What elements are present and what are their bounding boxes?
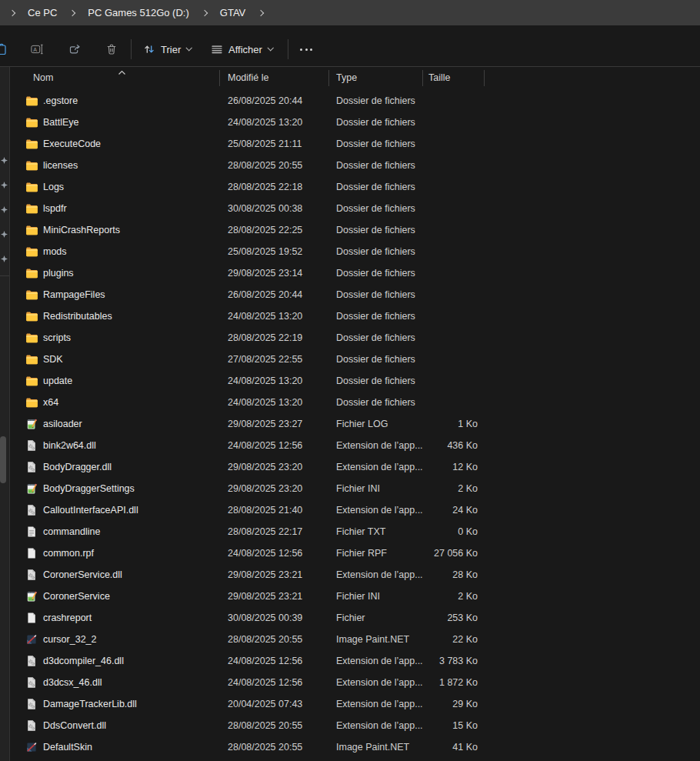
nav-scrollbar-thumb[interactable] bbox=[0, 436, 6, 483]
file-row[interactable]: DefaultSkin 28/08/2025 20:55 Image Paint… bbox=[10, 736, 700, 758]
column-header-name[interactable]: Nom bbox=[10, 67, 220, 88]
file-row[interactable]: Logs 28/08/2025 22:18 Dossier de fichier… bbox=[10, 176, 700, 198]
file-name: common.rpf bbox=[43, 548, 94, 559]
file-row[interactable]: DamageTrackerLib.dll 20/04/2025 07:43 Ex… bbox=[10, 693, 700, 715]
folder-icon bbox=[25, 159, 38, 172]
view-button[interactable]: Afficher bbox=[211, 38, 272, 60]
file-type: Fichier INI bbox=[329, 591, 423, 602]
column-header-name-label: Nom bbox=[33, 72, 53, 83]
file-type: Dossier de fichiers bbox=[329, 225, 423, 235]
notepad-icon bbox=[25, 482, 38, 495]
file-row[interactable]: BodyDraggerSettings 29/08/2025 23:20 Fic… bbox=[10, 478, 700, 499]
file-row[interactable]: d3dcsx_46.dll 24/08/2025 12:56 Extension… bbox=[10, 672, 700, 693]
file-row[interactable]: .egstore 26/08/2025 20:44 Dossier de fic… bbox=[10, 90, 700, 112]
file-row[interactable]: CalloutInterfaceAPI.dll 28/08/2025 21:40… bbox=[10, 499, 700, 521]
file-size: 2 Ko bbox=[423, 591, 485, 602]
breadcrumb-item[interactable]: GTAV bbox=[212, 3, 253, 22]
file-type: Extension de l’app... bbox=[329, 656, 423, 666]
tree-expand-chevron-icon[interactable] bbox=[1, 182, 8, 189]
file-row[interactable]: CoronerService 29/08/2025 23:21 Fichier … bbox=[10, 586, 700, 607]
file-row[interactable]: bink2w64.dll 24/08/2025 12:56 Extension … bbox=[10, 435, 700, 456]
notepad-icon bbox=[25, 418, 38, 430]
folder-icon bbox=[25, 332, 38, 344]
delete-button[interactable] bbox=[104, 42, 119, 57]
tree-expand-chevron-icon[interactable] bbox=[1, 231, 8, 238]
file-modified-date: 29/08/2025 23:20 bbox=[220, 462, 329, 472]
column-header-size[interactable]: Taille bbox=[423, 67, 485, 88]
file-row[interactable]: commandline 28/08/2025 22:17 Fichier TXT… bbox=[10, 521, 700, 542]
folder-icon bbox=[25, 396, 38, 409]
file-type: Dossier de fichiers bbox=[329, 332, 423, 343]
breadcrumb-chevron-icon bbox=[258, 9, 264, 15]
file-row[interactable]: licenses 28/08/2025 20:55 Dossier de fic… bbox=[10, 155, 700, 176]
file-type: Dossier de fichiers bbox=[329, 397, 423, 408]
file-row[interactable]: update 24/08/2025 13:20 Dossier de fichi… bbox=[10, 370, 700, 392]
file-row[interactable]: CoronerService.dll 29/08/2025 23:21 Exte… bbox=[10, 564, 700, 586]
file-type: Image Paint.NET bbox=[329, 742, 423, 753]
file-row[interactable]: mods 25/08/2025 19:52 Dossier de fichier… bbox=[10, 241, 700, 262]
file-row[interactable]: cursor_32_2 28/08/2025 20:55 Image Paint… bbox=[10, 629, 700, 650]
file-size: 1 Ko bbox=[423, 419, 485, 429]
chevron-down-icon bbox=[186, 45, 192, 51]
trash-icon bbox=[105, 43, 118, 55]
tree-expand-chevron-icon[interactable] bbox=[1, 206, 8, 213]
paste-button[interactable] bbox=[0, 42, 9, 57]
file-row[interactable]: x64 24/08/2025 13:20 Dossier de fichiers bbox=[10, 392, 700, 413]
file-row[interactable]: ExecuteCode 25/08/2025 21:11 Dossier de … bbox=[10, 133, 700, 155]
file-row[interactable]: crashreport 30/08/2025 00:39 Fichier 253… bbox=[10, 607, 700, 629]
tree-expand-chevron-icon[interactable] bbox=[1, 255, 8, 262]
file-row[interactable]: scripts 28/08/2025 22:19 Dossier de fich… bbox=[10, 327, 700, 349]
file-row[interactable]: RampageFiles 26/08/2025 20:44 Dossier de… bbox=[10, 284, 700, 305]
file-name: cursor_32_2 bbox=[43, 634, 97, 645]
file-type: Extension de l’app... bbox=[329, 462, 423, 472]
file-type: Dossier de fichiers bbox=[329, 354, 423, 365]
file-row[interactable]: lspdfr 30/08/2025 00:38 Dossier de fichi… bbox=[10, 198, 700, 219]
file-row[interactable]: common.rpf 24/08/2025 12:56 Fichier RPF … bbox=[10, 542, 700, 564]
file-row[interactable]: DdsConvert.dll 28/08/2025 20:55 Extensio… bbox=[10, 715, 700, 736]
file-type: Dossier de fichiers bbox=[329, 160, 423, 171]
more-button[interactable] bbox=[298, 42, 314, 57]
file-name: ExecuteCode bbox=[43, 139, 101, 149]
file-row[interactable]: BodyDragger.dll 29/08/2025 23:20 Extensi… bbox=[10, 456, 700, 478]
file-modified-date: 29/08/2025 23:14 bbox=[220, 268, 329, 279]
rename-button[interactable]: A bbox=[29, 42, 45, 57]
file-name: mods bbox=[43, 246, 67, 257]
file-row[interactable]: plugins 29/08/2025 23:14 Dossier de fich… bbox=[10, 262, 700, 284]
sort-ascending-icon bbox=[118, 67, 126, 78]
share-button[interactable] bbox=[67, 42, 82, 57]
file-row[interactable]: BattlEye 24/08/2025 13:20 Dossier de fic… bbox=[10, 112, 700, 133]
breadcrumb-item[interactable]: Ce PC bbox=[20, 3, 65, 22]
file-name: MiniCrashReports bbox=[43, 225, 120, 235]
folder-icon bbox=[25, 267, 38, 279]
breadcrumb-chevron-icon bbox=[9, 9, 15, 15]
folder-icon bbox=[25, 245, 38, 258]
file-modified-date: 29/08/2025 23:20 bbox=[220, 483, 329, 494]
dll-icon bbox=[25, 439, 38, 452]
file-name: DdsConvert.dll bbox=[43, 720, 106, 731]
breadcrumb-chevron-icon bbox=[69, 9, 75, 15]
breadcrumb-item[interactable]: PC Games 512Go (D:) bbox=[80, 3, 197, 22]
file-name: BodyDragger.dll bbox=[43, 462, 112, 472]
folder-icon bbox=[25, 116, 38, 129]
file-name: Redistributables bbox=[43, 311, 112, 322]
file-row[interactable]: asiloader 29/08/2025 23:27 Fichier LOG 1… bbox=[10, 413, 700, 435]
file-modified-date: 29/08/2025 23:27 bbox=[220, 419, 329, 429]
file-row[interactable]: Redistributables 24/08/2025 13:20 Dossie… bbox=[10, 305, 700, 327]
column-header-type[interactable]: Type bbox=[329, 67, 423, 88]
svg-text:A: A bbox=[33, 47, 37, 53]
file-row[interactable]: d3dcompiler_46.dll 24/08/2025 12:56 Exte… bbox=[10, 650, 700, 672]
sort-button[interactable]: Trier bbox=[143, 38, 191, 60]
file-modified-date: 25/08/2025 19:52 bbox=[220, 246, 329, 257]
file-size: 436 Ko bbox=[423, 440, 485, 451]
tree-expand-chevron-icon[interactable] bbox=[1, 157, 8, 164]
file-type: Extension de l’app... bbox=[329, 569, 423, 580]
file-row[interactable]: SDK 27/08/2025 22:55 Dossier de fichiers bbox=[10, 349, 700, 370]
file-modified-date: 26/08/2025 20:44 bbox=[220, 95, 329, 106]
file-name: CalloutInterfaceAPI.dll bbox=[43, 505, 138, 516]
ellipsis-icon bbox=[300, 48, 312, 51]
file-modified-date: 28/08/2025 22:19 bbox=[220, 332, 329, 343]
file-name: BodyDraggerSettings bbox=[43, 483, 135, 494]
file-row[interactable]: MiniCrashReports 28/08/2025 22:25 Dossie… bbox=[10, 219, 700, 241]
column-header-modified[interactable]: Modifié le bbox=[220, 67, 329, 88]
dll-icon bbox=[25, 719, 38, 732]
